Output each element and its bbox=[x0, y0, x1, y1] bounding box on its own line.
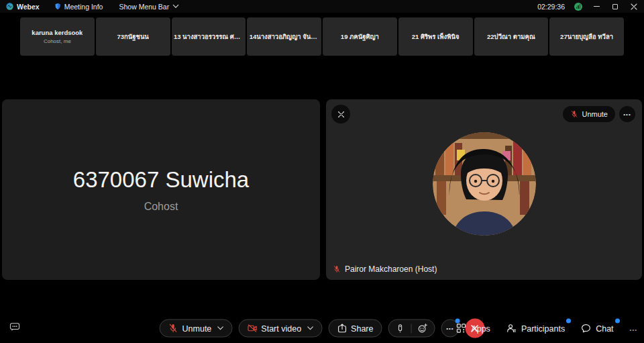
participant-thumbnail[interactable]: 14นางสาวอภิญญา จันทร์วิวัฒน์ bbox=[247, 17, 321, 56]
participants-label: Participants bbox=[521, 324, 565, 333]
share-button[interactable]: Share bbox=[328, 320, 382, 338]
record-reactions-group bbox=[388, 320, 435, 338]
unmute-button[interactable]: Unmute bbox=[160, 320, 233, 338]
chevron-down-icon bbox=[307, 326, 313, 331]
apps-button[interactable]: Apps bbox=[456, 324, 490, 334]
app-name: Webex bbox=[17, 3, 40, 11]
mic-muted-icon bbox=[333, 265, 341, 273]
webex-logo-icon bbox=[6, 3, 13, 10]
participant-name: karuna kerdsook bbox=[32, 29, 83, 36]
chat-label: Chat bbox=[596, 324, 613, 333]
participant-name: 22ปวีณา ตามคุณ bbox=[487, 32, 535, 42]
webex-meeting-window: Webex Meeting Info Show Menu Bar 02:29:3… bbox=[0, 0, 644, 343]
video-tile-suwicha[interactable]: 6370067 Suwicha Cohost bbox=[2, 99, 320, 280]
start-video-button[interactable]: Start video bbox=[238, 320, 322, 338]
camera-off-icon bbox=[247, 324, 257, 334]
participants-button[interactable]: Participants bbox=[506, 324, 565, 334]
participant-name: 14นางสาวอภิญญา จันทร์วิวัฒน์ bbox=[250, 32, 319, 42]
unmute-participant-label: Unmute bbox=[582, 110, 608, 118]
collapse-tile-button[interactable] bbox=[331, 105, 350, 124]
more-icon: ••• bbox=[623, 111, 631, 117]
webex-logo: Webex bbox=[6, 3, 40, 11]
more-icon: ••• bbox=[630, 326, 637, 332]
meeting-info-button[interactable]: Meeting Info bbox=[54, 3, 103, 11]
notification-dot bbox=[455, 319, 460, 324]
participant-thumbnail[interactable]: 21 ศิริพร เพ็งพินิจ bbox=[398, 17, 473, 56]
share-label: Share bbox=[351, 324, 373, 333]
captions-button[interactable] bbox=[9, 322, 20, 334]
divider bbox=[411, 324, 411, 333]
participant-name: 21 ศิริพร เพ็งพินิจ bbox=[412, 32, 460, 42]
maximize-button[interactable] bbox=[610, 2, 620, 11]
notification-dot bbox=[566, 319, 571, 324]
participant-role-label: Cohost bbox=[144, 201, 178, 213]
record-icon[interactable] bbox=[395, 324, 405, 333]
participants-icon bbox=[506, 324, 517, 334]
participant-thumbnail[interactable]: 73กนัฐชนน bbox=[96, 17, 170, 56]
tile-controls: Unmute ••• bbox=[563, 106, 635, 122]
chat-button[interactable]: Chat bbox=[581, 324, 613, 334]
titlebar-right: 02:29:36 bbox=[537, 0, 639, 13]
collapse-icon bbox=[337, 110, 345, 119]
meeting-info-icon bbox=[54, 3, 61, 10]
apps-icon bbox=[456, 324, 466, 334]
host-avatar bbox=[433, 132, 536, 236]
panel-controls: Apps Participants Chat ••• bbox=[456, 324, 637, 334]
chevron-down-icon bbox=[172, 4, 179, 9]
start-video-label: Start video bbox=[261, 324, 301, 333]
chevron-down-icon bbox=[217, 326, 223, 331]
participant-name: 27นายบุญลือ ทวีลา bbox=[560, 32, 613, 42]
unmute-participant-button[interactable]: Unmute bbox=[563, 106, 615, 122]
close-icon bbox=[631, 3, 637, 10]
tile-more-button[interactable]: ••• bbox=[619, 106, 635, 122]
close-button[interactable] bbox=[629, 2, 639, 11]
participant-display-name: 6370067 Suwicha bbox=[73, 167, 249, 193]
reactions-icon[interactable] bbox=[417, 324, 427, 334]
minimize-button[interactable] bbox=[592, 2, 601, 11]
participant-thumbnail[interactable]: 22ปวีณา ตามคุณ bbox=[474, 17, 549, 56]
call-controls: Unmute Start video bbox=[160, 319, 485, 338]
notification-dot bbox=[615, 319, 620, 324]
chat-icon bbox=[581, 324, 591, 334]
apps-label: Apps bbox=[471, 324, 490, 333]
connection-indicator-icon[interactable] bbox=[574, 3, 582, 11]
host-name-label: Pairor Makcharoen (Host) bbox=[345, 264, 437, 274]
participant-name: 73กนัฐชนน bbox=[117, 32, 149, 42]
control-bar: Unmute Start video bbox=[0, 313, 644, 343]
participant-name: 19 ภคนัฐศิญา bbox=[341, 32, 379, 42]
captions-icon bbox=[9, 322, 20, 332]
show-menu-bar-label: Show Menu Bar bbox=[119, 3, 169, 11]
participant-thumbnail[interactable]: 13 นางสาวอรวรรณ ศรีไสยเพชร bbox=[172, 17, 246, 56]
participant-thumbnail[interactable]: 19 ภคนัฐศิญา bbox=[323, 17, 397, 56]
meeting-info-label: Meeting Info bbox=[64, 3, 103, 11]
meeting-clock: 02:29:36 bbox=[537, 3, 565, 11]
mic-muted-icon bbox=[570, 110, 578, 118]
host-avatar-image bbox=[433, 132, 536, 236]
video-tile-host[interactable]: Unmute ••• bbox=[326, 99, 642, 280]
unmute-label: Unmute bbox=[182, 324, 212, 333]
participant-filmstrip: karuna kerdsook Cohost, me 73กนัฐชนน 13 … bbox=[20, 17, 624, 56]
share-icon bbox=[337, 324, 347, 334]
participant-name: 13 นางสาวอรวรรณ ศรีไสยเพชร bbox=[174, 32, 244, 42]
participant-thumbnail[interactable]: 27นายบุญลือ ทวีลา bbox=[549, 17, 624, 56]
participant-thumbnail[interactable]: karuna kerdsook Cohost, me bbox=[20, 17, 95, 56]
host-nameplate: Pairor Makcharoen (Host) bbox=[333, 264, 437, 274]
more-icon: ••• bbox=[446, 326, 453, 332]
mic-muted-icon bbox=[168, 324, 178, 334]
show-menu-bar-button[interactable]: Show Menu Bar bbox=[119, 3, 179, 11]
participant-role: Cohost, me bbox=[44, 38, 71, 44]
titlebar: Webex Meeting Info Show Menu Bar 02:29:3… bbox=[0, 0, 644, 13]
more-panels-button[interactable]: ••• bbox=[630, 324, 637, 333]
